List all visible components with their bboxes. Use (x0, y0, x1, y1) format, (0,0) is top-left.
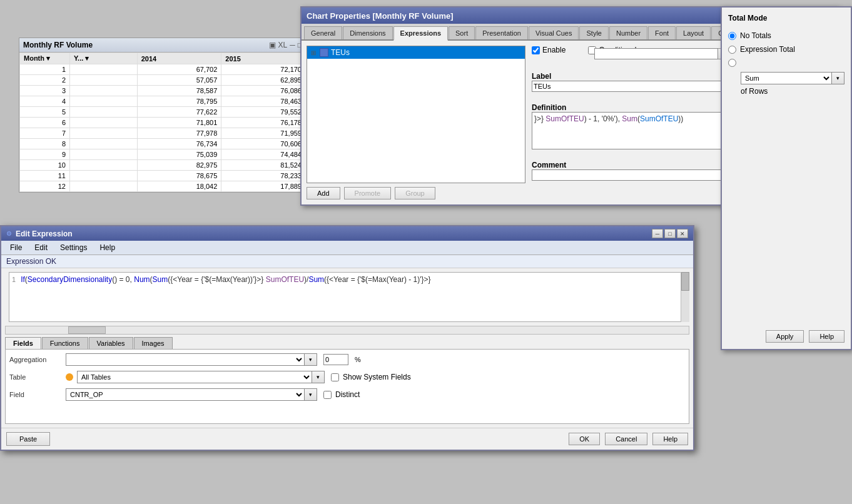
maximize-button[interactable]: □ (664, 229, 676, 238)
expression-total-option[interactable]: Expression Total (728, 43, 844, 56)
tab-fields[interactable]: Fields (5, 337, 41, 349)
promote-button[interactable]: Promote (344, 187, 392, 199)
field-select-wrapper[interactable]: CNTR_OP ▾ (66, 388, 317, 401)
ok-button[interactable]: OK (569, 433, 600, 445)
cell-2014: 77,978 (137, 128, 221, 139)
aggregation-select[interactable] (66, 354, 304, 365)
expr-editor-text: If(SecondaryDimensionality() = 0, Num(Su… (21, 275, 430, 284)
field-dropdown-arrow[interactable]: ▾ (304, 389, 317, 400)
menu-settings[interactable]: Settings (54, 242, 93, 253)
tab-images[interactable]: Images (134, 337, 173, 349)
no-totals-radio[interactable] (728, 32, 736, 40)
expr-icon (320, 48, 328, 57)
sum-dropdown[interactable]: Sum ▾ (741, 72, 844, 84)
cell-2014: 77,622 (137, 107, 221, 118)
conditional-input[interactable] (594, 48, 718, 59)
expr-listbox[interactable]: ⊞ TEUs (307, 46, 525, 183)
show-system-fields-checkbox[interactable] (331, 373, 339, 381)
cell-month: 8 (20, 139, 70, 149)
cell-y (70, 64, 138, 75)
tab-number[interactable]: Number (609, 26, 647, 39)
tab-general[interactable]: General (304, 26, 342, 39)
percent-input[interactable] (323, 354, 348, 365)
cell-y (70, 181, 138, 192)
editor-vscroll[interactable] (681, 272, 689, 322)
expand-icon: ⊞ (311, 49, 316, 56)
help-button[interactable]: Help (809, 330, 844, 343)
total-mode-panel: Total Mode No Totals Expression Total Su… (721, 6, 852, 350)
sum-option[interactable] (728, 56, 844, 69)
col-header-2015: 2015 (221, 53, 306, 64)
conditional-input-row: ... (594, 48, 732, 59)
cell-month: 5 (20, 107, 70, 118)
field-row: Field CNTR_OP ▾ Distinct (9, 388, 685, 401)
edit-expr-close-button[interactable]: ✕ (677, 229, 688, 238)
show-system-fields-text: Show System Fields (343, 373, 411, 381)
enable-checkbox-label[interactable]: Enable (532, 46, 565, 54)
show-system-fields-label[interactable]: Show System Fields (331, 373, 411, 381)
no-totals-option[interactable]: No Totals (728, 29, 844, 43)
distinct-text: Distinct (335, 390, 360, 399)
expr-editor[interactable]: 1If(SecondaryDimensionality() = 0, Num(S… (9, 272, 686, 322)
cell-y (70, 128, 138, 139)
tab-style[interactable]: Style (579, 26, 608, 39)
expression-total-radio[interactable] (728, 46, 736, 54)
cell-y (70, 139, 138, 149)
sum-radio[interactable] (728, 59, 736, 67)
table-icons: ▣ XL ─ □ (269, 41, 302, 49)
tab-dimensions[interactable]: Dimensions (343, 26, 392, 39)
cell-2014: 78,675 (137, 171, 221, 181)
status-text: Expression OK (6, 257, 56, 266)
add-button[interactable]: Add (307, 187, 340, 199)
tab-expressions[interactable]: Expressions (393, 26, 448, 41)
field-select[interactable]: CNTR_OP (66, 389, 304, 400)
tab-font[interactable]: Font (648, 26, 676, 39)
aggregation-select-wrapper[interactable]: ▾ (66, 353, 317, 366)
edit-expr-help-button[interactable]: Help (652, 433, 688, 445)
tab-presentation[interactable]: Presentation (475, 26, 528, 39)
cell-month: 7 (20, 128, 70, 139)
expr-hscroll[interactable] (5, 326, 689, 335)
cell-2015: 76,086 (221, 86, 306, 96)
menu-help[interactable]: Help (93, 242, 121, 253)
paste-button[interactable]: Paste (6, 432, 50, 446)
data-table: Month ▾ Y... ▾ 2014 2015 1 67,702 72,170… (19, 53, 306, 192)
tab-visual-cues[interactable]: Visual Cues (529, 26, 579, 39)
lower-tabs: Fields Functions Variables Images (1, 335, 693, 349)
tab-variables[interactable]: Variables (89, 337, 133, 349)
distinct-label[interactable]: Distinct (323, 390, 360, 399)
edit-expr-icon: ⚙ (6, 230, 12, 237)
menu-file[interactable]: File (4, 242, 28, 253)
table-row: 12 18,042 17,889 (20, 181, 306, 192)
cell-month: 2 (20, 75, 70, 86)
aggregation-dropdown-arrow[interactable]: ▾ (304, 354, 317, 365)
apply-button[interactable]: Apply (766, 330, 804, 343)
percent-symbol: % (355, 356, 361, 363)
table-dropdown-arrow[interactable]: ▾ (312, 371, 324, 383)
edit-expr-menubar: File Edit Settings Help (1, 241, 693, 255)
menu-edit[interactable]: Edit (28, 242, 54, 253)
sum-select[interactable]: Sum (741, 73, 831, 84)
table-select[interactable]: All Tables (78, 371, 312, 383)
table-icon-xl: XL (278, 41, 288, 49)
bottom-buttons: Apply Help (766, 330, 844, 343)
tab-functions[interactable]: Functions (42, 337, 88, 349)
group-button[interactable]: Group (395, 187, 435, 199)
editor-vscroll-thumb (681, 272, 689, 291)
tab-layout[interactable]: Layout (676, 26, 711, 39)
cancel-button[interactable]: Cancel (605, 433, 647, 445)
edit-expression-dialog: ⚙ Edit Expression ─ □ ✕ File Edit Settin… (0, 225, 694, 451)
cell-month: 9 (20, 149, 70, 160)
enable-checkbox[interactable] (532, 46, 540, 54)
minimize-button[interactable]: ─ (652, 229, 663, 238)
cell-2014: 71,801 (137, 118, 221, 128)
cell-month: 1 (20, 64, 70, 75)
definition-text: }>} SumOfTEU) - 1, '0%'), Sum(SumOfTEU)) (534, 114, 683, 123)
cell-2014: 82,975 (137, 160, 221, 171)
tab-sort[interactable]: Sort (449, 26, 475, 39)
sum-dropdown-arrow[interactable]: ▾ (831, 73, 844, 84)
table-select-wrapper[interactable]: All Tables ▾ (77, 371, 325, 383)
expr-item-teus[interactable]: ⊞ TEUs (307, 46, 525, 59)
edit-expr-win-buttons: ─ □ ✕ (651, 229, 688, 238)
distinct-checkbox[interactable] (323, 391, 332, 399)
